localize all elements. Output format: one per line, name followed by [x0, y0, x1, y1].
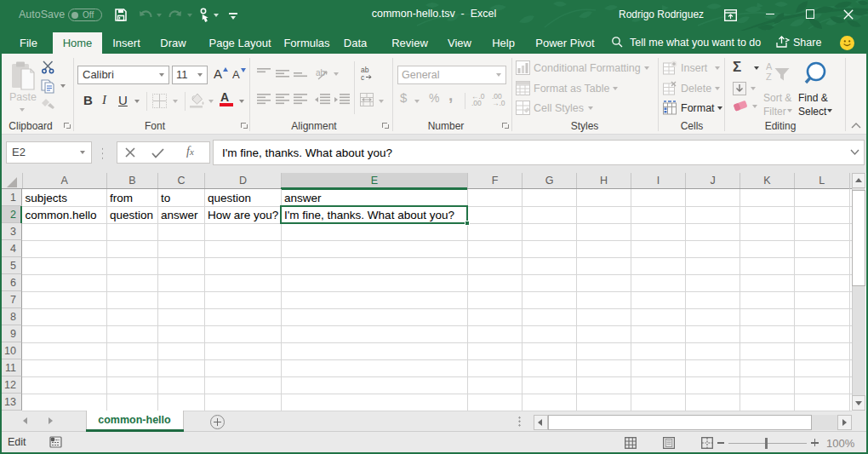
svg-text:c: c — [361, 73, 365, 81]
svg-text:ab: ab — [316, 68, 326, 78]
svg-text:Z: Z — [766, 72, 772, 82]
svg-text:A: A — [766, 61, 773, 72]
